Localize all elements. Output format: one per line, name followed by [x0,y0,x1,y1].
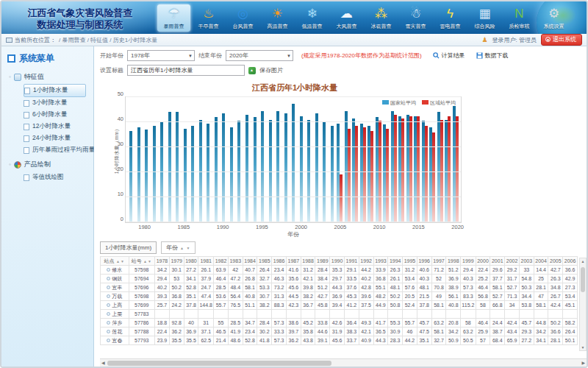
toolbar-item-系统设置[interactable]: ⚙系统设置 [537,4,570,32]
bar-regional-2005[interactable] [340,174,343,222]
column-header-1979[interactable]: 1979 [169,257,184,266]
bar-regional-2011[interactable] [386,129,389,223]
station-cell-上高[interactable]: 上高 [101,301,129,310]
vscroll-thumb[interactable] [581,267,585,292]
column-header-1991[interactable]: 1991 [345,257,359,266]
column-header-1986[interactable]: 1986 [272,257,287,266]
sort-arrows-icon[interactable]: ▲▼ [142,259,152,263]
toolbar-item-综合风险[interactable]: ▦综合风险 [468,4,501,32]
table-horizontal-scrollbar[interactable]: ◀ ▶ [100,358,587,367]
bar-national-1994[interactable] [254,117,257,222]
column-header-1997[interactable]: 1997 [431,257,446,266]
column-header-1988[interactable]: 1988 [301,257,315,266]
expand-icon[interactable] [107,294,110,298]
bar-national-1983[interactable] [168,112,171,222]
table-vertical-scrollbar[interactable]: ▲ ▼ [579,258,587,351]
sidebar-item-24小时降水量[interactable]: 24小时降水量 [24,132,93,144]
save-image-button[interactable]: 保存图片 [259,66,283,74]
scroll-up-icon[interactable]: ▲ [580,259,586,263]
bar-national-1991[interactable] [230,127,233,222]
column-header-1990[interactable]: 1990 [330,257,345,266]
column-header-2000[interactable]: 2000 [476,257,490,266]
chart-title-input[interactable] [127,65,245,76]
bar-regional-2009[interactable] [370,131,373,222]
station-cell-上栗[interactable]: 上栗 [101,310,129,319]
sidebar-item-12小时降水量[interactable]: 12小时降水量 [24,121,93,132]
sidebar-item-等值线绘图[interactable]: 等值线绘图 [24,171,93,183]
bar-national-1981[interactable] [153,126,156,222]
expand-icon[interactable] [107,303,110,307]
bar-regional-2006[interactable] [348,129,351,223]
bar-regional-2019[interactable] [448,116,451,223]
column-header-1978[interactable]: 1978 [155,257,170,266]
bar-national-1978[interactable] [129,131,132,222]
bar-regional-2020[interactable] [456,116,459,223]
station-cell-莲花[interactable]: 莲花 [101,328,129,336]
hscroll-thumb[interactable] [107,361,331,366]
bar-national-1985[interactable] [184,129,187,223]
bar-national-2000[interactable] [300,116,303,223]
bar-regional-2014[interactable] [409,116,412,223]
start-year-select[interactable]: 1978年 ▼ [127,50,195,61]
column-header-1981[interactable]: 1981 [198,257,214,266]
bar-national-2003[interactable] [323,122,326,222]
sidebar-item-3小时降水量[interactable]: 3小时降水量 [24,97,93,109]
column-header-2006[interactable]: 2006 [563,257,578,266]
year-sort-control[interactable]: 年份 ▲ ▼ [161,241,196,254]
bar-national-1997[interactable] [276,111,279,222]
download-button[interactable]: 数据下载 [476,52,509,60]
toolbar-item-质检审核[interactable]: N质检审核 [503,4,536,32]
sort-arrows-icon[interactable]: ▲▼ [115,259,125,263]
bar-regional-2017[interactable] [432,132,435,222]
column-header-2001[interactable]: 2001 [490,257,505,266]
column-header-2004[interactable]: 2004 [534,257,548,266]
column-header-1982[interactable]: 1982 [214,257,229,266]
bar-regional-2007[interactable] [355,126,358,222]
column-header-1993[interactable]: 1993 [373,257,388,266]
bar-national-1993[interactable] [245,115,248,222]
bar-national-1984[interactable] [176,112,179,222]
bar-national-1995[interactable] [261,111,264,222]
station-cell-宜春[interactable]: 宜春 [101,336,129,345]
scroll-down-icon[interactable]: ▼ [580,345,586,350]
expand-icon[interactable] [107,286,110,289]
column-header-1995[interactable]: 1995 [403,257,417,266]
column-header-1999[interactable]: 1999 [461,257,476,266]
bar-national-1979[interactable] [137,127,140,222]
expander-icon[interactable]: ◦ [9,74,11,80]
tree-group-产品绘制[interactable]: ◦产品绘制 [9,160,93,169]
toolbar-item-干旱普查[interactable]: ♨干旱普查 [192,4,225,32]
column-header-1985[interactable]: 1985 [257,257,272,266]
bar-regional-2015[interactable] [417,116,420,223]
toolbar-item-低温普查[interactable]: ❄低温普查 [295,4,329,32]
expand-icon[interactable] [107,312,110,316]
expander-icon[interactable]: ◦ [9,161,11,168]
sidebar-item-6小时降水量[interactable]: 6小时降水量 [24,109,93,121]
sidebar-item-1小时降水量[interactable]: 1小时降水量 [24,84,86,97]
bar-national-1998[interactable] [284,113,287,222]
column-header-1984[interactable]: 1984 [243,257,257,266]
column-header-1998[interactable]: 1998 [446,257,461,266]
toolbar-item-暴雨普查[interactable]: ☂暴雨普查 [157,4,190,32]
column-header-1983[interactable]: 1983 [228,257,243,266]
station-cell-修水[interactable]: 修水 [101,266,129,275]
expand-icon[interactable] [107,321,110,325]
calculate-button[interactable]: 计算结果 [433,52,465,60]
bar-regional-2012[interactable] [394,115,397,222]
scroll-left-icon[interactable]: ◀ [101,360,105,365]
station-cell-铜鼓[interactable]: 铜鼓 [101,275,129,283]
column-header-1992[interactable]: 1992 [359,257,373,266]
breadcrumb[interactable]: / 暴雨普查 / 特征值 / 历史1小时降水量 [59,36,157,44]
toolbar-item-雷电普查[interactable]: ϟ雷电普查 [434,4,467,32]
toolbar-item-雪灾普查[interactable]: ☃雪灾普查 [399,4,432,32]
station-cell-万载[interactable]: 万载 [101,292,129,301]
tree-group-特征值[interactable]: ◦特征值 [9,72,93,82]
bar-regional-2008[interactable] [363,127,366,222]
column-header-station[interactable]: 站点 ▲▼ [101,257,129,266]
sidebar-item-历年暴雨过程平均雨量[interactable]: 历年暴雨过程平均雨量 [24,144,93,156]
toolbar-item-台风普查[interactable]: ◎台风普查 [226,4,259,32]
scroll-right-icon[interactable]: ▶ [581,360,585,365]
bar-national-1980[interactable] [145,130,148,222]
bar-regional-2013[interactable] [401,118,404,222]
column-header-station-id[interactable]: 站号 ▲▼ [129,257,155,266]
